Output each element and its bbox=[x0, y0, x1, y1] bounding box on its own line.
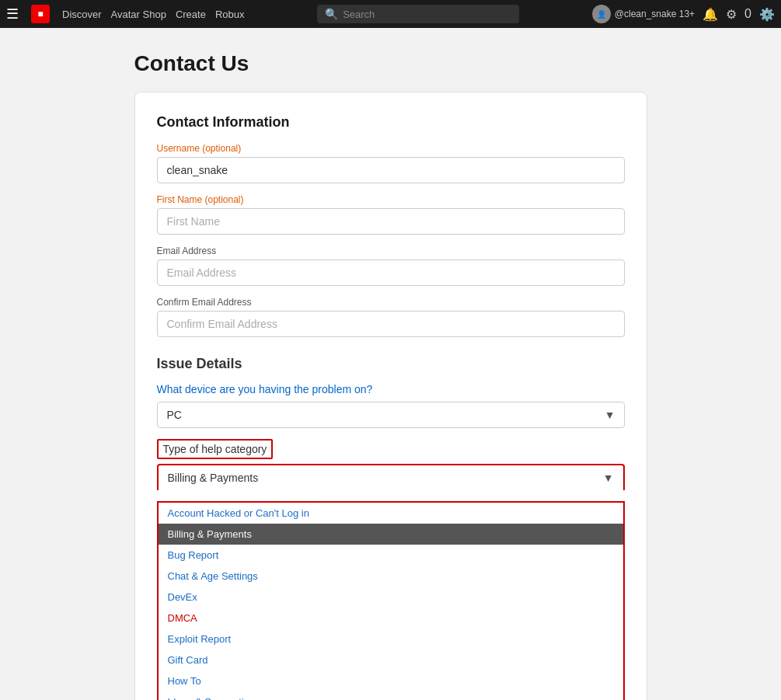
device-select-wrapper: PC Mac iOS Android Xbox Other ▼ bbox=[157, 402, 625, 428]
email-label: Email Address bbox=[157, 246, 625, 256]
contact-info-title: Contact Information bbox=[157, 114, 625, 131]
firstname-label: First Name (optional) bbox=[157, 194, 625, 205]
category-label: Type of help category bbox=[163, 443, 267, 455]
contact-card: Contact Information Username (optional) … bbox=[134, 92, 647, 700]
device-question: What device are you having the problem o… bbox=[157, 383, 625, 395]
username-input[interactable] bbox=[157, 157, 625, 183]
confirm-email-label: Confirm Email Address bbox=[157, 297, 625, 308]
avatar: 👤 bbox=[592, 5, 611, 23]
category-option-devex[interactable]: DevEx bbox=[159, 587, 623, 608]
category-options-list: Account Hacked or Can't Log in Billing &… bbox=[159, 503, 623, 700]
nav-links: Discover Avatar Shop Create Robux bbox=[62, 9, 245, 20]
device-select[interactable]: PC Mac iOS Android Xbox Other bbox=[157, 402, 625, 428]
category-option-hacked[interactable]: Account Hacked or Can't Log in bbox=[159, 503, 623, 524]
nav-create[interactable]: Create bbox=[176, 9, 206, 20]
issue-details-title: Issue Details bbox=[157, 356, 625, 372]
username-field-group: Username (optional) bbox=[157, 143, 625, 183]
category-option-billing[interactable]: Billing & Payments bbox=[159, 524, 623, 545]
robux-count: 0 bbox=[744, 7, 751, 21]
search-bar[interactable]: 🔍 bbox=[317, 5, 519, 23]
confirm-email-input[interactable] bbox=[157, 311, 625, 337]
category-dropdown-list: Account Hacked or Can't Log in Billing &… bbox=[157, 501, 625, 700]
category-label-wrapper: Type of help category bbox=[157, 439, 274, 459]
nav-robux[interactable]: Robux bbox=[215, 9, 245, 20]
issue-details-section: Issue Details What device are you having… bbox=[157, 356, 625, 700]
username-label: Username (optional) bbox=[157, 143, 625, 154]
nav-discover[interactable]: Discover bbox=[62, 9, 102, 20]
search-input[interactable] bbox=[343, 9, 511, 20]
nav-avatar-shop[interactable]: Avatar Shop bbox=[111, 9, 166, 20]
category-option-exploit[interactable]: Exploit Report bbox=[159, 629, 623, 650]
email-field-group: Email Address bbox=[157, 246, 625, 286]
category-option-giftcard[interactable]: Gift Card bbox=[159, 650, 623, 670]
shield-icon[interactable]: ⚙ bbox=[726, 7, 737, 22]
firstname-input[interactable] bbox=[157, 208, 625, 235]
hamburger-icon[interactable]: ☰ bbox=[6, 5, 19, 23]
category-option-chat[interactable]: Chat & Age Settings bbox=[159, 566, 623, 587]
navbar-right: 👤 @clean_snake 13+ 🔔 ⚙ 0 ⚙️ bbox=[592, 5, 775, 23]
category-option-ideas[interactable]: Ideas & Suggestions bbox=[159, 691, 623, 700]
username-display: @clean_snake 13+ bbox=[615, 9, 695, 19]
category-option-howto[interactable]: How To bbox=[159, 670, 623, 691]
confirm-email-field-group: Confirm Email Address bbox=[157, 297, 625, 337]
category-select[interactable]: Billing & Payments Account Hacked or Can… bbox=[159, 465, 623, 490]
notification-icon[interactable]: 🔔 bbox=[703, 7, 718, 22]
email-input[interactable] bbox=[157, 259, 625, 286]
search-icon: 🔍 bbox=[325, 8, 338, 20]
firstname-field-group: First Name (optional) bbox=[157, 194, 625, 235]
main-content: Contact Us Contact Information Username … bbox=[119, 28, 663, 700]
category-option-bug[interactable]: Bug Report bbox=[159, 545, 623, 566]
navbar: ☰ ■ Discover Avatar Shop Create Robux 🔍 … bbox=[0, 0, 781, 28]
category-option-dmca[interactable]: DMCA bbox=[159, 608, 623, 629]
page-title: Contact Us bbox=[134, 51, 647, 76]
category-select-wrapper: Billing & Payments Account Hacked or Can… bbox=[157, 464, 625, 490]
user-badge[interactable]: 👤 @clean_snake 13+ bbox=[592, 5, 695, 23]
roblox-logo[interactable]: ■ bbox=[31, 5, 50, 23]
settings-icon[interactable]: ⚙️ bbox=[759, 7, 775, 22]
